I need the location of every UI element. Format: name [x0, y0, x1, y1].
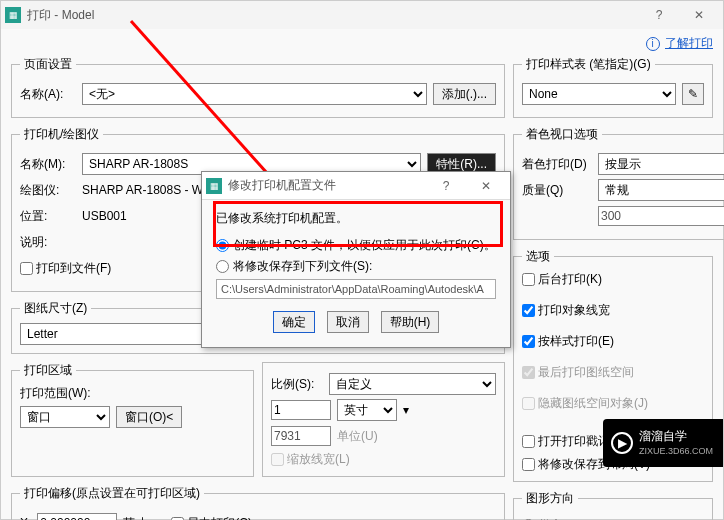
plot-style-legend: 打印样式表 (笔指定)(G) [522, 56, 655, 73]
print-area-group: 打印区域 打印范围(W): 窗口 窗口(O)< [11, 362, 254, 477]
opt-hide-paper: 隐藏图纸空间对象(J) [522, 395, 704, 412]
dpi-input [598, 206, 724, 226]
print-range-select[interactable]: 窗口 [20, 406, 110, 428]
offset-group: 打印偏移(原点设置在可打印区域) X: 英寸 居中打印(C) Y: [11, 485, 505, 520]
scale-lw-checkbox [271, 453, 284, 466]
opt-last-paper: 最后打印图纸空间 [522, 364, 704, 381]
scale-group: 比例(S): 自定义 英寸 ▾ 单位(U) [262, 362, 505, 477]
scale-unit1[interactable]: 英寸 [337, 399, 397, 421]
app-icon: ▦ [5, 7, 21, 23]
close-button[interactable]: ✕ [679, 3, 719, 27]
save-path-box: C:\Users\Administrator\AppData\Roaming\A… [216, 279, 496, 299]
app-icon: ▦ [206, 178, 222, 194]
location-value: USB001 [82, 209, 127, 223]
help-link-row: i 了解打印 [11, 35, 713, 52]
info-icon: i [646, 37, 660, 51]
modal-ok-button[interactable]: 确定 [273, 311, 315, 333]
opt-save-radio[interactable] [216, 260, 229, 273]
plot-style-group: 打印样式表 (笔指定)(G) None ✎ [513, 56, 713, 118]
unit2-label: 单位(U) [337, 428, 378, 445]
viewport-group: 着色视口选项 着色打印(D) 按显示 质量(Q) 常规 [513, 126, 724, 240]
opt-obj-lw[interactable]: 打印对象线宽 [522, 302, 704, 319]
modal-message: 已修改系统打印机配置。 [216, 210, 496, 227]
offset-legend: 打印偏移(原点设置在可打印区域) [20, 485, 204, 502]
opt-save-file[interactable]: 将修改保存到下列文件(S): [216, 258, 496, 275]
modal-help-button[interactable]: ? [426, 174, 466, 198]
name-label: 名称(A): [20, 86, 76, 103]
plot-style-select[interactable]: None [522, 83, 676, 105]
desc-label: 说明: [20, 234, 76, 251]
page-setup-legend: 页面设置 [20, 56, 76, 73]
quality-label: 质量(Q) [522, 182, 592, 199]
window-pick-button[interactable]: 窗口(O)< [116, 406, 182, 428]
modify-printer-config-dialog: ▦ 修改打印机配置文件 ? ✕ 已修改系统打印机配置。 创建临时 PC3 文件，… [201, 171, 511, 348]
equals-icon: ▾ [403, 403, 409, 417]
print-to-file-chk[interactable]: 打印到文件(F) [20, 260, 111, 277]
opt-temp-pc3[interactable]: 创建临时 PC3 文件，以便仅应用于此次打印(C)。 [216, 237, 496, 254]
quality-select[interactable]: 常规 [598, 179, 724, 201]
learn-print-link[interactable]: 了解打印 [665, 36, 713, 50]
plot-style-edit-button[interactable]: ✎ [682, 83, 704, 105]
titlebar: ▦ 打印 - Model ? ✕ [1, 1, 723, 29]
options-legend: 选项 [522, 248, 554, 265]
viewport-legend: 着色视口选项 [522, 126, 602, 143]
center-checkbox[interactable] [171, 517, 184, 521]
plotter-label: 绘图仪: [20, 182, 76, 199]
printer-name-label: 名称(M): [20, 156, 76, 173]
window-title: 打印 - Model [27, 7, 94, 24]
orientation-group: 图形方向 纵向 横向 反向 [513, 490, 713, 520]
scale-num2 [271, 426, 331, 446]
x-label: X: [20, 516, 31, 520]
scale-lw-chk: 缩放线宽(L) [271, 451, 496, 468]
print-dialog: ▦ 打印 - Model ? ✕ i 了解打印 页面设置 名称(A): <无> [0, 0, 724, 520]
paper-size-select[interactable]: Letter [20, 323, 220, 345]
help-button[interactable]: ? [639, 3, 679, 27]
opt-bg[interactable]: 后台打印(K) [522, 271, 704, 288]
add-page-setup-button[interactable]: 添加(.)... [433, 83, 496, 105]
center-chk[interactable]: 居中打印(C) [171, 515, 252, 521]
modal-help-button2[interactable]: 帮助(H) [381, 311, 440, 333]
printer-legend: 打印机/绘图仪 [20, 126, 103, 143]
shade-select[interactable]: 按显示 [598, 153, 724, 175]
modal-cancel-button[interactable]: 取消 [327, 311, 369, 333]
modal-title: 修改打印机配置文件 [228, 177, 336, 194]
paper-size-legend: 图纸尺寸(Z) [20, 300, 91, 317]
page-setup-group: 页面设置 名称(A): <无> 添加(.)... [11, 56, 505, 118]
ratio-label: 比例(S): [271, 376, 323, 393]
print-area-legend: 打印区域 [20, 362, 76, 379]
ratio-select[interactable]: 自定义 [329, 373, 496, 395]
shade-label: 着色打印(D) [522, 156, 592, 173]
opt-by-style[interactable]: 按样式打印(E) [522, 333, 704, 350]
orientation-legend: 图形方向 [522, 490, 578, 507]
opt-temp-radio[interactable] [216, 239, 229, 252]
brand-watermark: ▶ 溜溜自学ZIXUE.3D66.COM [603, 419, 723, 467]
print-to-file-checkbox[interactable] [20, 262, 33, 275]
play-icon: ▶ [611, 432, 633, 454]
x-input[interactable] [37, 513, 117, 520]
modal-close-button[interactable]: ✕ [466, 174, 506, 198]
range-label: 打印范围(W): [20, 385, 245, 402]
page-setup-name-select[interactable]: <无> [82, 83, 427, 105]
x-unit: 英寸 [123, 515, 147, 521]
location-label: 位置: [20, 208, 76, 225]
scale-num1[interactable] [271, 400, 331, 420]
